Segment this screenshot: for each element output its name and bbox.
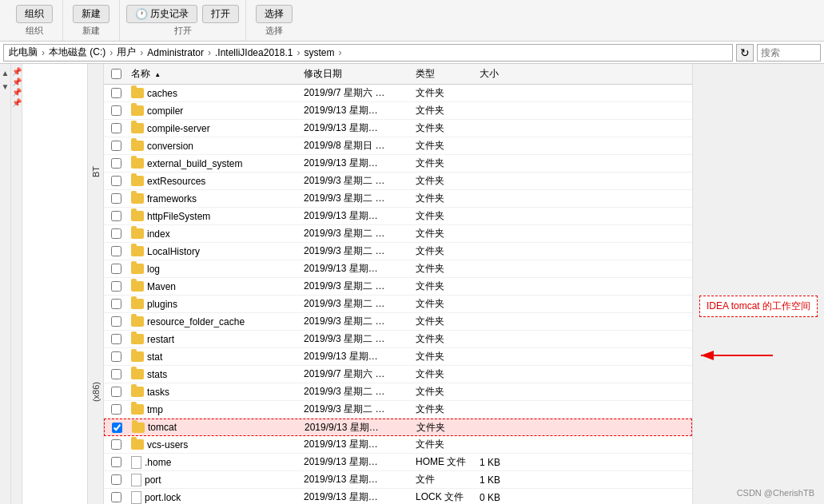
folder-icon [131,88,144,98]
search-input[interactable] [757,44,821,62]
table-row[interactable]: conversion 2019/9/8 星期日 … 文件夹 [104,137,692,155]
table-row[interactable]: port 2019/9/13 星期… 文件 1 KB [104,471,692,489]
row-type-cell: 文件夹 [416,139,480,153]
table-row[interactable]: tmp 2019/9/3 星期二 … 文件夹 [104,401,692,419]
header-date[interactable]: 修改日期 [304,67,416,81]
table-row[interactable]: Maven 2019/9/3 星期二 … 文件夹 [104,278,692,296]
row-name-cell: extResources [128,176,304,187]
path-part-2[interactable]: 用户 [117,46,136,59]
row-checkbox[interactable] [111,334,121,344]
row-checkbox[interactable] [111,193,121,204]
row-type-cell: 文件夹 [416,104,480,117]
row-checkbox[interactable] [111,316,121,327]
select-button[interactable]: 选择 [256,5,293,23]
row-checkbox[interactable] [111,228,121,239]
row-checkbox[interactable] [111,141,121,151]
file-icon [131,491,141,504]
path-part-4[interactable]: .IntelliJIdea2018.1 [215,47,293,58]
open-button[interactable]: 打开 [202,5,239,23]
sidebar-scrollbar[interactable]: 📌 📌 📌 📌 [11,64,22,504]
table-row[interactable]: port.lock 2019/9/13 星期… LOCK 文件 0 KB [104,489,692,504]
folder-icon [131,176,144,186]
row-checkbox[interactable] [111,439,121,450]
nav-up-arrow[interactable]: ▲ [1,67,10,78]
row-name-cell: plugins [128,299,304,310]
address-path[interactable]: 此电脑 › 本地磁盘 (C:) › 用户 › Administrator › .… [3,44,733,62]
table-row[interactable]: restart 2019/9/3 星期二 … 文件夹 [104,331,692,348]
table-row[interactable]: tasks 2019/9/3 星期二 … 文件夹 [104,383,692,401]
sidebar-nav: ▲ ▼ [0,64,11,504]
pin-icon-3: 📌 [12,88,22,97]
row-checkbox[interactable] [111,281,121,292]
table-row[interactable]: stats 2019/9/7 星期六 … 文件夹 [104,366,692,383]
header-name[interactable]: 名称 ▲ [128,67,304,81]
row-checkbox[interactable] [111,88,121,98]
table-row[interactable]: httpFileSystem 2019/9/13 星期… 文件夹 [104,208,692,225]
path-part-3[interactable]: Administrator [147,47,204,58]
table-row[interactable]: plugins 2019/9/3 星期二 … 文件夹 [104,296,692,313]
row-type-cell: 文件夹 [416,297,480,311]
row-checkbox[interactable] [111,474,121,485]
header-checkbox-col [104,69,128,79]
table-row[interactable]: caches 2019/9/7 星期六 … 文件夹 [104,85,692,102]
row-checkbox-cell [104,281,128,292]
row-checkbox[interactable] [111,369,121,379]
row-checkbox-cell [104,176,128,186]
row-name-cell: compile-server [128,123,304,134]
refresh-button[interactable]: ↻ [736,44,754,62]
row-name-cell: stats [128,369,304,380]
row-name-cell: tasks [128,387,304,398]
table-row[interactable]: compiler 2019/9/13 星期… 文件夹 [104,102,692,120]
table-row[interactable]: tomcat 2019/9/13 星期… 文件夹 [104,419,692,436]
row-date-cell: 2019/9/13 星期… [304,350,416,363]
row-name-cell: port.lock [128,491,304,504]
table-row[interactable]: vcs-users 2019/9/13 星期… 文件夹 [104,436,692,454]
new-button[interactable]: 新建 [73,5,109,23]
row-checkbox[interactable] [111,176,121,186]
row-name: index [147,228,170,240]
header-type[interactable]: 类型 [416,67,480,81]
row-date-cell: 2019/9/3 星期二 … [304,297,416,311]
table-row[interactable]: resource_folder_cache 2019/9/3 星期二 … 文件夹 [104,313,692,331]
table-row[interactable]: extResources 2019/9/3 星期二 … 文件夹 [104,173,692,190]
row-checkbox[interactable] [111,492,121,502]
row-checkbox[interactable] [111,387,121,397]
table-row[interactable]: stat 2019/9/13 星期… 文件夹 [104,348,692,366]
table-row[interactable]: compile-server 2019/9/13 星期… 文件夹 [104,120,692,137]
row-type-cell: 文件夹 [416,174,480,188]
history-button[interactable]: 🕐 历史记录 [126,5,197,23]
table-row[interactable]: external_build_system 2019/9/13 星期… 文件夹 [104,155,692,173]
row-checkbox[interactable] [111,246,121,256]
row-checkbox[interactable] [111,211,121,221]
row-checkbox[interactable] [111,299,121,309]
row-checkbox-cell [104,387,128,397]
row-name: httpFileSystem [147,211,210,222]
row-checkbox[interactable] [111,123,121,133]
row-name: resource_folder_cache [147,316,245,327]
row-type-cell: 文件夹 [416,367,480,381]
path-part-5[interactable]: system [304,47,334,58]
table-row[interactable]: .home 2019/9/13 星期… HOME 文件 1 KB [104,454,692,471]
row-checkbox[interactable] [111,351,121,362]
header-size[interactable]: 大小 [480,67,535,81]
row-checkbox[interactable] [111,158,121,169]
organize-button[interactable]: 组织 [16,5,53,23]
row-checkbox[interactable] [111,264,121,274]
path-sep-1: › [109,47,113,58]
table-row[interactable]: index 2019/9/3 星期二 … 文件夹 [104,225,692,243]
path-part-1[interactable]: 本地磁盘 (C:) [49,46,105,59]
sidebar: 📌 📌 📌 📌 [11,64,88,504]
row-date-cell: 2019/9/3 星期二 … [304,192,416,205]
table-row[interactable]: log 2019/9/13 星期… 文件夹 [104,260,692,278]
row-checkbox[interactable] [112,423,122,433]
row-checkbox[interactable] [111,457,121,467]
row-name: extResources [147,176,205,187]
select-all-checkbox[interactable] [111,69,121,79]
path-part-0[interactable]: 此电脑 [9,46,38,59]
row-checkbox[interactable] [111,404,121,415]
row-type-cell: 文件夹 [416,157,480,170]
table-row[interactable]: frameworks 2019/9/3 星期二 … 文件夹 [104,190,692,208]
row-checkbox[interactable] [111,105,121,116]
table-row[interactable]: LocalHistory 2019/9/3 星期二 … 文件夹 [104,243,692,260]
nav-down-arrow[interactable]: ▼ [1,81,10,92]
